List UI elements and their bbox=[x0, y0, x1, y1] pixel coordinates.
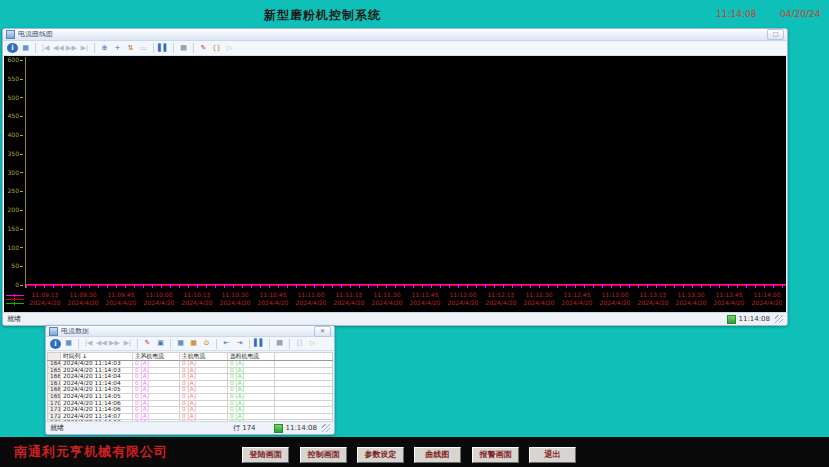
x-tick-label: 11:10:152024/4/20 bbox=[178, 291, 216, 307]
screen: 新型磨粉机控制系统 11:14:08 04/20/24 电流曲线图 □ i▦|◀… bbox=[0, 0, 829, 467]
scale-icon[interactable]: ⇅ bbox=[125, 43, 136, 54]
nav-button-2[interactable]: 参数设定 bbox=[357, 447, 404, 463]
resize-grip[interactable] bbox=[775, 315, 783, 323]
properties-icon[interactable]: ▦ bbox=[63, 338, 74, 349]
table-row[interactable]: 1662024/4/20 11:14:040 [A]0 [A]0 [A] bbox=[48, 374, 333, 381]
empty-cell bbox=[275, 413, 333, 420]
y-tick-label: 550 bbox=[8, 76, 23, 82]
y-tick-label: 450 bbox=[8, 113, 23, 119]
fan-current-cell: 0 [A] bbox=[133, 367, 180, 374]
y-tick-label: 50 bbox=[11, 263, 23, 269]
grid-icon[interactable]: ▦ bbox=[175, 338, 186, 349]
time-column-header[interactable]: 时间列 ↓ bbox=[61, 353, 133, 361]
pause-icon[interactable]: ▌▌ bbox=[254, 338, 265, 349]
row-number: 170 bbox=[48, 400, 61, 407]
fan-current-cell: 0 [A] bbox=[133, 407, 180, 414]
table-window-title: 电流数据 bbox=[61, 328, 314, 335]
properties-icon[interactable]: ▦ bbox=[20, 43, 31, 54]
connection-status-icon bbox=[727, 315, 736, 324]
close-button[interactable]: ✕ bbox=[314, 326, 331, 337]
nav-button-5[interactable]: 退出 bbox=[529, 447, 576, 463]
table-row[interactable]: 1692024/4/20 11:14:050 [A]0 [A]0 [A] bbox=[48, 393, 333, 400]
help-icon[interactable]: i bbox=[7, 43, 18, 53]
footer-bar: 南通利元亨机械有限公司 登陆画面控制画面参数设定曲线图报警画面退出 bbox=[0, 437, 829, 467]
go-back-icon: ◀◀ bbox=[96, 338, 107, 349]
colors-icon[interactable]: ✎ bbox=[198, 43, 209, 54]
table-row[interactable]: 1712024/4/20 11:14:060 [A]0 [A]0 [A] bbox=[48, 407, 333, 414]
copy-icon[interactable]: ▣ bbox=[155, 338, 166, 349]
empty-cell bbox=[275, 361, 333, 368]
x-axis: 11:09:152024/4/2011:09:302024/4/2011:09:… bbox=[4, 288, 786, 312]
toolbar-separator bbox=[249, 339, 250, 349]
pause-icon[interactable]: ▌▌ bbox=[158, 43, 169, 54]
empty-cell bbox=[275, 400, 333, 407]
help-icon[interactable]: i bbox=[50, 339, 61, 349]
connection-status-icon bbox=[274, 424, 283, 433]
main-current-cell: 0 [A] bbox=[180, 374, 228, 381]
y-tick-label: 350 bbox=[8, 151, 23, 157]
clock-icon[interactable]: ⊙ bbox=[201, 338, 212, 349]
fan-current-cell: 0 [A] bbox=[133, 374, 180, 381]
normalize-icon[interactable]: {} bbox=[211, 43, 222, 54]
table-row[interactable]: 1652024/4/20 11:14:030 [A]0 [A]0 [A] bbox=[48, 367, 333, 374]
main-current-cell: 0 [A] bbox=[180, 413, 228, 420]
nav-button-3[interactable]: 曲线图 bbox=[414, 447, 461, 463]
selector-current-cell: 0 [A] bbox=[228, 413, 275, 420]
empty-cell bbox=[275, 387, 333, 394]
shift-left-icon[interactable]: ⇤ bbox=[221, 338, 232, 349]
row-number: 172 bbox=[48, 413, 61, 420]
edit-icon[interactable]: ✎ bbox=[142, 338, 153, 349]
table-row[interactable]: 1702024/4/20 11:14:060 [A]0 [A]0 [A] bbox=[48, 400, 333, 407]
print-icon[interactable]: ▤ bbox=[178, 43, 189, 54]
go-forward-icon: ▶▶ bbox=[66, 43, 77, 54]
row-number: 164 bbox=[48, 361, 61, 368]
trend-window: 电流曲线图 □ i▦|◀◀◀▶▶▶|⊕+⇅▭▌▌▤✎{}▷ 6005505004… bbox=[2, 28, 788, 326]
row-number-header bbox=[48, 353, 61, 361]
data-grid: 时间列 ↓ 主风机电流 主机电流 选粉机电流 1642024/4/20 11:1… bbox=[47, 352, 333, 422]
nav-button-4[interactable]: 报警画面 bbox=[472, 447, 519, 463]
page-title: 新型磨粉机控制系统 bbox=[264, 7, 381, 24]
main-current-cell: 0 [A] bbox=[180, 361, 228, 368]
selector-current-header[interactable]: 选粉机电流 bbox=[228, 353, 275, 361]
x-tick-label: 11:11:152024/4/20 bbox=[330, 291, 368, 307]
main-current-header[interactable]: 主机电流 bbox=[180, 353, 228, 361]
run-icon: ▷ bbox=[224, 43, 235, 54]
status-text: 就绪 bbox=[7, 314, 21, 324]
row-number: 167 bbox=[48, 380, 61, 387]
row-number: 168 bbox=[48, 387, 61, 394]
grid2-icon[interactable]: ▦ bbox=[188, 338, 199, 349]
main-current-cell: 0 [A] bbox=[180, 407, 228, 414]
table-row[interactable]: 1682024/4/20 11:14:050 [A]0 [A]0 [A] bbox=[48, 387, 333, 394]
toolbar-separator bbox=[35, 43, 36, 53]
x-tick-label: 11:13:452024/4/20 bbox=[710, 291, 748, 307]
fan-current-cell: 0 [A] bbox=[133, 361, 180, 368]
x-tick-label: 11:10:452024/4/20 bbox=[254, 291, 292, 307]
shift-right-icon[interactable]: ⇥ bbox=[234, 338, 245, 349]
table-row[interactable]: 1722024/4/20 11:14:070 [A]0 [A]0 [A] bbox=[48, 413, 333, 420]
trend-statusbar: 就绪 11:14:08 bbox=[3, 312, 787, 325]
empty-header bbox=[275, 353, 333, 361]
x-tick-label: 11:14:002024/4/20 bbox=[748, 291, 786, 307]
x-tick-label: 11:11:302024/4/20 bbox=[368, 291, 406, 307]
toolbar-separator bbox=[216, 339, 217, 349]
data-table-window: 电流数据 ✕ i▦|◀◀◀▶▶▶|✎▣▦▦⊙⇤⇥▌▌▤[]▷ 时间列 ↓ 主风机… bbox=[45, 325, 335, 435]
x-tick-label: 11:10:002024/4/20 bbox=[140, 291, 178, 307]
maximize-button[interactable]: □ bbox=[767, 29, 784, 40]
time-cell: 2024/4/20 11:14:03 bbox=[61, 367, 133, 374]
resize-grip[interactable] bbox=[322, 424, 330, 432]
table-row[interactable]: 1642024/4/20 11:14:030 [A]0 [A]0 [A] bbox=[48, 361, 333, 368]
pan-icon[interactable]: + bbox=[112, 43, 123, 54]
time-cell: 2024/4/20 11:14:06 bbox=[61, 400, 133, 407]
time-cell: 2024/4/20 11:14:04 bbox=[61, 374, 133, 381]
row-number: 171 bbox=[48, 407, 61, 414]
fan-current-header[interactable]: 主风机电流 bbox=[133, 353, 180, 361]
nav-button-1[interactable]: 控制画面 bbox=[300, 447, 347, 463]
selector-current-cell: 0 [A] bbox=[228, 400, 275, 407]
nav-button-0[interactable]: 登陆画面 bbox=[242, 447, 289, 463]
toolbar-separator bbox=[78, 339, 79, 349]
x-tick-label: 11:09:152024/4/20 bbox=[26, 291, 64, 307]
print-icon[interactable]: ▤ bbox=[274, 338, 285, 349]
table-row[interactable]: 1672024/4/20 11:14:040 [A]0 [A]0 [A] bbox=[48, 380, 333, 387]
selector-current-cell: 0 [A] bbox=[228, 387, 275, 394]
zoom-icon[interactable]: ⊕ bbox=[99, 43, 110, 54]
